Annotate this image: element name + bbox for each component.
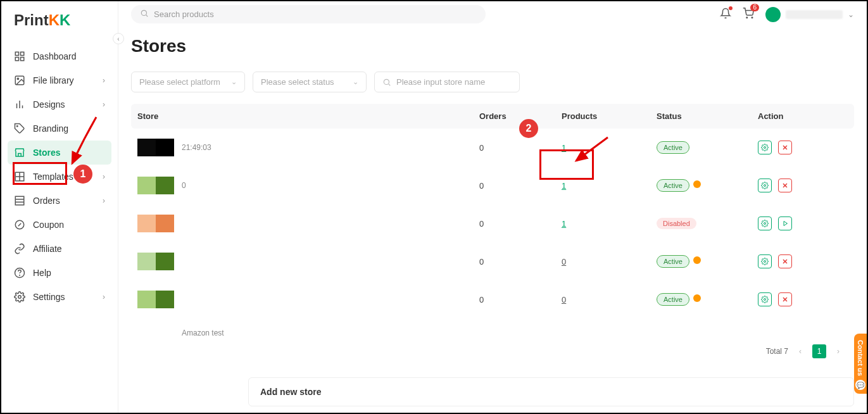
products-link[interactable]: 1 [562, 219, 566, 229]
chevron-right-icon: › [103, 196, 105, 205]
table-body: 21:49:0301Active001Active01Disabled00Act… [131, 129, 854, 344]
svg-point-9 [17, 126, 18, 127]
store-name-input[interactable]: Please input store name [374, 72, 520, 92]
pagination-total: Total 7 [766, 347, 788, 356]
close-action-button[interactable] [778, 179, 792, 192]
products-link[interactable]: 0 [562, 295, 566, 304]
warning-icon [693, 256, 701, 264]
sidebar-item-coupon[interactable]: Coupon [8, 213, 111, 237]
sidebar-item-label: Coupon [33, 220, 64, 230]
orders-cell: 0 [479, 143, 562, 153]
sidebar-item-label: Help [33, 268, 51, 278]
sidebar-item-branding[interactable]: Branding [8, 116, 111, 141]
sidebar-item-label: Settings [33, 292, 65, 302]
orders-cell: 0 [479, 181, 562, 191]
cart-count-badge: 6 [750, 4, 759, 11]
sidebar-item-label: Branding [33, 123, 68, 134]
chevron-down-icon: ⌄ [231, 78, 237, 86]
store-meta: Amazon test [182, 329, 224, 337]
cart-button[interactable]: 6 [743, 8, 754, 22]
store-thumbnail [137, 291, 174, 308]
svg-point-18 [20, 275, 20, 275]
page-1-button[interactable]: 1 [812, 344, 826, 358]
next-page-button[interactable]: › [831, 344, 845, 358]
sidebar-item-label: Orders [33, 196, 60, 206]
sidebar-item-affiliate[interactable]: Affiliate [8, 237, 111, 261]
svg-rect-13 [15, 196, 24, 205]
gear-action-button[interactable] [758, 179, 772, 192]
sidebar-item-dashboard[interactable]: Dashboard [8, 44, 111, 68]
prev-page-button[interactable]: ‹ [793, 344, 807, 358]
link-icon [14, 243, 25, 254]
notifications-button[interactable] [720, 8, 731, 22]
warning-icon [693, 294, 701, 302]
close-action-button[interactable] [778, 292, 792, 306]
svg-point-24 [384, 79, 389, 84]
sidebar-item-stores[interactable]: Stores [8, 141, 111, 165]
sidebar-item-settings[interactable]: Settings› [8, 285, 111, 309]
store-thumbnail [137, 253, 174, 270]
sidebar-item-help[interactable]: Help [8, 261, 111, 285]
table-header: Store Orders Products Status Action [131, 104, 854, 129]
add-new-store-button[interactable]: Add new store [248, 377, 854, 406]
sidebar-item-file-library[interactable]: File library› [8, 68, 111, 92]
sidebar-item-label: Templates [33, 172, 73, 182]
chat-icon: 💬 [855, 380, 865, 390]
svg-point-22 [746, 17, 748, 18]
username [786, 10, 843, 19]
store-thumbnail [137, 139, 174, 156]
close-action-button[interactable] [778, 254, 792, 268]
sidebar-nav: DashboardFile library›Designs›BrandingSt… [1, 41, 118, 313]
gear-action-button[interactable] [758, 254, 772, 268]
dashboard-icon [14, 51, 25, 62]
svg-rect-1 [21, 52, 24, 55]
help-icon [14, 267, 25, 279]
search-placeholder: Search products [154, 9, 214, 19]
svg-point-34 [764, 261, 766, 263]
chevron-down-icon: ⌄ [353, 78, 358, 86]
store-thumbnail [137, 177, 174, 194]
store-icon [14, 147, 25, 158]
table-row: 21:49:0301Active [131, 129, 854, 166]
sidebar-item-orders[interactable]: Orders› [8, 189, 111, 213]
close-action-button[interactable] [778, 141, 792, 154]
col-orders: Orders [479, 111, 562, 121]
platform-select[interactable]: Please select platform ⌄ [131, 72, 245, 92]
gear-action-button[interactable] [758, 141, 772, 154]
table-row: 00Active [131, 242, 854, 280]
status-badge: Active [657, 179, 689, 192]
chevron-down-icon: ⌄ [848, 10, 854, 19]
products-link[interactable]: 1 [562, 143, 566, 153]
search-icon [140, 9, 149, 20]
status-select[interactable]: Please select status ⌄ [253, 72, 367, 92]
orders-cell: 0 [479, 295, 562, 304]
chart-icon [14, 99, 25, 110]
store-meta: 0 [182, 181, 186, 190]
contact-us-tab[interactable]: Contact us 💬 [854, 334, 867, 394]
orders-cell: 0 [479, 257, 562, 267]
products-link[interactable]: 1 [562, 181, 566, 191]
svg-point-32 [764, 223, 766, 225]
chevron-right-icon: › [103, 76, 105, 85]
svg-point-5 [17, 78, 18, 79]
status-badge: Active [657, 141, 689, 154]
gear-icon [14, 291, 25, 303]
list-icon [14, 195, 25, 206]
sidebar-item-label: Stores [33, 147, 61, 158]
search-input[interactable]: Search products [131, 5, 486, 23]
sidebar-item-designs[interactable]: Designs› [8, 92, 111, 116]
gear-action-button[interactable] [758, 292, 772, 306]
chevron-right-icon: › [103, 292, 105, 301]
gear-action-button[interactable] [758, 216, 772, 230]
col-action: Action [758, 111, 848, 121]
play-action-button[interactable] [778, 216, 792, 230]
svg-rect-2 [15, 58, 18, 61]
pagination: Total 7 ‹ 1 › [764, 342, 848, 361]
products-link[interactable]: 0 [562, 257, 566, 267]
col-products: Products [562, 111, 657, 121]
logo: PrintKK [1, 6, 118, 41]
sidebar-item-templates[interactable]: Templates› [8, 165, 111, 189]
orders-cell: 0 [479, 219, 562, 229]
user-menu[interactable]: ⌄ [765, 7, 854, 22]
store-meta: 21:49:03 [182, 143, 211, 152]
